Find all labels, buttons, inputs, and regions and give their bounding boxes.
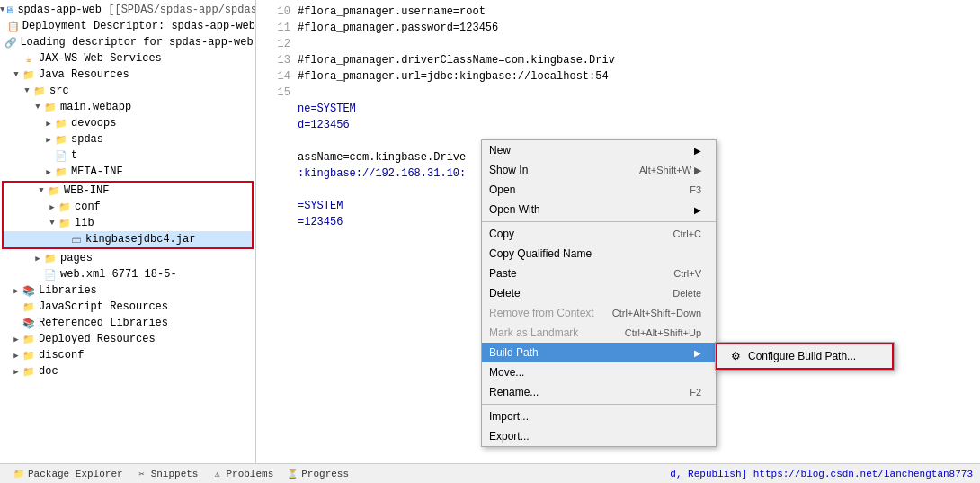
menu-item-import[interactable]: Import... bbox=[482, 407, 716, 426]
menu-label-open: Open bbox=[489, 183, 515, 196]
code-text-20: :kingbase://192.168.31.10: bbox=[298, 165, 466, 182]
tab-package-explorer[interactable]: 📁 Package Explorer bbox=[7, 466, 129, 482]
tree-item-js-resources[interactable]: 📁 JavaScript Resources bbox=[0, 299, 255, 315]
dev-icon: 📁 bbox=[54, 116, 68, 130]
menu-item-open-with[interactable]: Open With ▶ bbox=[482, 200, 716, 219]
tree-item-deployment-descriptor[interactable]: 📋 Deployment Descriptor: spdas-app-web bbox=[0, 18, 255, 34]
spdas-icon: 📁 bbox=[54, 132, 68, 147]
open-with-arrow: ▶ bbox=[694, 205, 701, 215]
src-arrow: ▼ bbox=[22, 86, 32, 95]
tab-snippets[interactable]: ✂ Snippets bbox=[130, 466, 204, 482]
line-num-21 bbox=[263, 182, 290, 198]
submenu-item-configure-build-path[interactable]: ⚙ Configure Build Path... bbox=[716, 343, 894, 370]
prog-tab-label: Progress bbox=[301, 469, 349, 479]
tree-item-jaxws[interactable]: ☕ JAX-WS Web Services bbox=[0, 50, 255, 67]
menu-item-show-in[interactable]: Show In Alt+Shift+W ▶ bbox=[482, 160, 716, 180]
libs-icon: 📚 bbox=[22, 283, 36, 298]
tree-item-src[interactable]: ▼ 📁 src bbox=[0, 83, 255, 99]
menu-sep-1 bbox=[482, 221, 716, 222]
tree-item-spdas[interactable]: ▶ 📁 spdas bbox=[0, 131, 255, 148]
menu-label-mark-landmark: Mark as Landmark bbox=[489, 326, 578, 339]
ld-icon: 🔗 bbox=[4, 35, 17, 49]
tree-item-conf[interactable]: ▶ 📁 conf bbox=[4, 199, 252, 215]
tree-item-web-inf[interactable]: ▼ 📁 WEB-INF bbox=[4, 183, 252, 199]
tree-item-web-xml[interactable]: 📄 web.xml 6771 18-5- bbox=[0, 266, 255, 282]
code-text-15 bbox=[298, 85, 304, 101]
tree-item-t[interactable]: 📄 t bbox=[0, 148, 255, 164]
menu-label-copy-qualified: Copy Qualified Name bbox=[489, 247, 592, 260]
context-menu: New ▶ Show In Alt+Shift+W ▶ Open F3 Open… bbox=[481, 139, 717, 447]
snip-tab-label: Snippets bbox=[151, 469, 199, 479]
code-line-10: 10 #flora_pmanager.username=root bbox=[263, 4, 973, 20]
menu-item-rename[interactable]: Rename... F2 bbox=[482, 382, 716, 402]
menu-item-build-path[interactable]: Build Path ▶ bbox=[482, 343, 716, 362]
code-text-22: =SYSTEM bbox=[298, 198, 343, 214]
show-in-shortcut: Alt+Shift+W ▶ bbox=[639, 165, 701, 176]
pages-icon: 📁 bbox=[43, 251, 58, 265]
libs-label: Libraries bbox=[39, 284, 97, 297]
mw-label: main.webapp bbox=[60, 101, 131, 113]
tab-problems[interactable]: ⚠ Problems bbox=[205, 466, 279, 482]
menu-item-move[interactable]: Move... bbox=[482, 362, 716, 382]
menu-item-paste[interactable]: Paste Ctrl+V bbox=[482, 264, 716, 283]
menu-label-build-path: Build Path bbox=[489, 346, 539, 359]
code-line-12: 12 bbox=[263, 36, 973, 52]
rl-arrow bbox=[11, 318, 22, 327]
menu-item-mark-landmark[interactable]: Mark as Landmark Ctrl+Alt+Shift+Up bbox=[482, 323, 716, 343]
menu-label-copy: Copy bbox=[489, 228, 514, 240]
tree-item-loading-descriptor[interactable]: 🔗 Loading descriptor for spdas-app-web.. bbox=[0, 34, 255, 50]
tab-progress[interactable]: ⏳ Progress bbox=[281, 466, 354, 482]
doc-label: doc bbox=[39, 365, 58, 378]
jr-arrow: ▼ bbox=[11, 70, 22, 79]
line-num-19 bbox=[263, 149, 290, 165]
tree-item-libraries[interactable]: ▶ 📚 Libraries bbox=[0, 282, 255, 299]
wx-icon: 📄 bbox=[43, 267, 58, 282]
tree-item-devoops[interactable]: ▶ 📁 devoops bbox=[0, 115, 255, 131]
dc-icon: 📁 bbox=[22, 348, 36, 362]
menu-item-new[interactable]: New ▶ bbox=[482, 140, 716, 160]
web-inf-red-box: ▼ 📁 WEB-INF ▶ 📁 conf ▼ 📁 lib bbox=[2, 181, 254, 249]
tree-item-lib[interactable]: ▼ 📁 lib bbox=[4, 215, 252, 231]
meta-icon: 📁 bbox=[54, 165, 68, 179]
menu-item-open[interactable]: Open F3 bbox=[482, 180, 716, 200]
tree-item-meta-inf[interactable]: ▶ 📁 META-INF bbox=[0, 164, 255, 180]
root-icon: 🖥 bbox=[4, 3, 14, 17]
prob-tab-label: Problems bbox=[226, 469, 273, 479]
tree-item-pages[interactable]: ▶ 📁 pages bbox=[0, 250, 255, 266]
tree-root[interactable]: ▼ 🖥 spdas-app-web [[SPDAS/spdas-app/spda… bbox=[0, 2, 255, 18]
code-line-14: 14 #flora_pmanager.url=jdbc:kingbase://l… bbox=[263, 68, 973, 85]
menu-item-export[interactable]: Export... bbox=[482, 426, 716, 446]
tree-item-disconf[interactable]: ▶ 📁 disconf bbox=[0, 347, 255, 363]
pages-arrow: ▶ bbox=[32, 254, 43, 264]
tree-item-kingbasejdbc4[interactable]: 🗃 kingbasejdbc4.jar bbox=[4, 231, 252, 247]
menu-item-copy-qualified[interactable]: Copy Qualified Name bbox=[482, 244, 716, 264]
prog-tab-icon: ⏳ bbox=[286, 468, 298, 480]
menu-label-rename: Rename... bbox=[489, 386, 539, 398]
menu-label-move: Move... bbox=[489, 366, 524, 379]
dr-arrow: ▶ bbox=[11, 335, 22, 344]
jaxws-label: JAX-WS Web Services bbox=[39, 52, 162, 65]
line-num-18 bbox=[263, 133, 290, 149]
line-num-16 bbox=[263, 101, 290, 117]
dc-label: disconf bbox=[39, 349, 84, 362]
line-num-22 bbox=[263, 198, 290, 214]
tree-item-java-resources[interactable]: ▼ 📁 Java Resources bbox=[0, 67, 255, 83]
menu-label-show-in: Show In bbox=[489, 164, 528, 176]
pages-label: pages bbox=[60, 252, 93, 264]
menu-item-delete[interactable]: Delete Delete bbox=[482, 283, 716, 303]
menu-item-remove-context[interactable]: Remove from Context Ctrl+Alt+Shift+Down bbox=[482, 303, 716, 323]
line-num-13: 13 bbox=[263, 52, 290, 68]
kj-label: kingbasejdbc4.jar bbox=[85, 233, 195, 246]
status-link: d, Republish] https://blog.csdn.net/lanc… bbox=[670, 469, 973, 479]
submenu-label-configure-build-path: Configure Build Path... bbox=[748, 350, 856, 362]
tree-item-doc[interactable]: ▶ 📁 doc bbox=[0, 363, 255, 380]
conf-label: conf bbox=[75, 201, 101, 213]
line-num-20 bbox=[263, 165, 290, 182]
code-line-11: 11 #flora_pmanager.password=123456 bbox=[263, 20, 973, 36]
menu-item-copy[interactable]: Copy Ctrl+C bbox=[482, 224, 716, 244]
code-text-16: ne=SYSTEM bbox=[298, 101, 356, 117]
tree-item-referenced-libraries[interactable]: 📚 Referenced Libraries bbox=[0, 315, 255, 331]
tree-item-main-webapp[interactable]: ▼ 📁 main.webapp bbox=[0, 99, 255, 115]
republish-text: d, Republish] bbox=[670, 469, 747, 479]
tree-item-deployed-resources[interactable]: ▶ 📁 Deployed Resources bbox=[0, 331, 255, 347]
